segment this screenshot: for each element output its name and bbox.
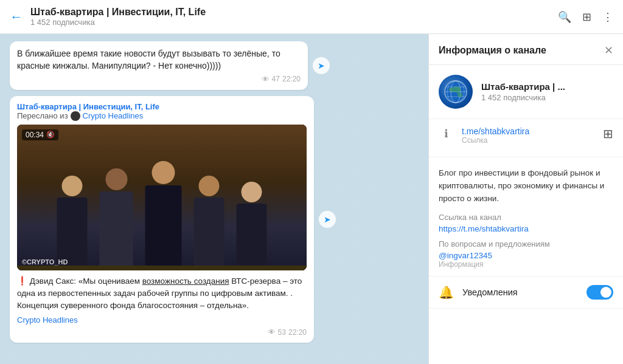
bell-icon: 🔔: [439, 285, 454, 300]
contact-sub-label: Информация: [439, 260, 613, 269]
link-row: ℹ t.me/shtabkvartira Ссылка ⊞: [439, 126, 613, 145]
qr-code-icon[interactable]: ⊞: [603, 126, 613, 141]
crypto-headlines-icon: [71, 111, 80, 121]
message-footer-2: 👁 53 22:20: [17, 328, 307, 337]
main-layout: В ближайшее время такие новости будут вы…: [0, 34, 623, 364]
channel-avatar[interactable]: [439, 75, 473, 109]
channel-info: Штаб-квартира | ... 1 452 подписчика: [481, 81, 565, 102]
channel-url[interactable]: t.me/shtabkvartira: [462, 126, 529, 136]
header-info: Штаб-квартира | Инвестиции, IT, Life 1 4…: [30, 7, 558, 27]
eye-icon: 👁: [262, 75, 270, 84]
message-time-1: 22:20: [282, 75, 301, 83]
back-button[interactable]: ←: [10, 9, 23, 25]
forwarded-channel-label[interactable]: Штаб-квартира | Инвестиции, IT, Life: [17, 102, 307, 111]
channel-subs: 1 452 подписчика: [481, 93, 565, 102]
header-icons: 🔍 ⊞ ⋮: [558, 10, 613, 24]
eye-icon-2: 👁: [268, 328, 276, 337]
channel-link-label: Ссылка на канал: [439, 213, 613, 222]
chat-panel: В ближайшее время такие новости будут вы…: [0, 34, 428, 364]
sidebar-panel: Информация о канале ✕: [428, 34, 623, 364]
message-views-2: 53: [278, 328, 286, 337]
message-text-1: В ближайшее время такие новости будут вы…: [17, 47, 301, 72]
message-body-2: ❗ Дэвид Сакс: «Мы оцениваем возможность …: [17, 275, 307, 312]
channel-description: Блог про инвестиции в фондовый рынок и к…: [439, 167, 613, 205]
crypto-headlines-link[interactable]: Crypto Headlines: [17, 315, 78, 325]
app-header: ← Штаб-квартира | Инвестиции, IT, Life 1…: [0, 0, 623, 34]
forward-button-2[interactable]: ➤: [319, 211, 336, 228]
message-time-2: 22:20: [288, 328, 307, 337]
forwarded-from-channel[interactable]: Crypto Headlines: [83, 111, 144, 120]
description-section: Блог про инвестиции в фондовый рынок и к…: [429, 157, 623, 276]
more-menu-icon[interactable]: ⋮: [602, 10, 613, 24]
forwarded-from-text: Переслано из: [17, 111, 68, 120]
sidebar-title: Информация о канале: [439, 45, 546, 56]
notifications-toggle[interactable]: [586, 285, 613, 300]
video-scene: [17, 125, 307, 270]
channel-link-url[interactable]: https://t.me/shtabkvartira: [439, 224, 613, 233]
forwarded-header: Штаб-квартира | Инвестиции, IT, Life Пер…: [17, 102, 307, 121]
notifications-row: 🔔 Уведомления: [429, 276, 623, 309]
link-content: t.me/shtabkvartira Ссылка: [462, 126, 529, 145]
link-label: Ссылка: [462, 136, 529, 145]
message-bubble-1: В ближайшее время такие новости будут вы…: [10, 41, 308, 90]
link-section: ℹ t.me/shtabkvartira Ссылка ⊞: [429, 119, 623, 157]
forwarded-bubble-2: Штаб-квартира | Инвестиции, IT, Life Пер…: [10, 96, 314, 343]
close-button[interactable]: ✕: [604, 44, 613, 57]
channel-title: Штаб-квартира | Инвестиции, IT, Life: [30, 7, 558, 18]
channel-profile: Штаб-квартира | ... 1 452 подписчика: [429, 65, 623, 119]
message-views-1: 47: [272, 75, 280, 83]
warning-emoji: ❗: [17, 276, 27, 286]
search-icon[interactable]: 🔍: [558, 10, 571, 24]
channel-subscriber-count: 1 452 подписчика: [30, 18, 558, 27]
forwarded-from-line: Переслано из Crypto Headlines: [17, 111, 307, 121]
video-duration: 00:34 🔇: [22, 129, 58, 140]
notifications-label: Уведомления: [462, 287, 586, 297]
mute-icon: 🔇: [46, 131, 55, 139]
sidebar-header: Информация о канале ✕: [429, 34, 623, 65]
contact-handle[interactable]: @ingvar12345: [439, 251, 613, 260]
video-thumbnail[interactable]: 00:34 🔇 ©CRYPTO_HD: [17, 125, 307, 270]
message-footer-1: 👁 47 22:20: [17, 75, 301, 84]
channel-name: Штаб-квартира | ...: [481, 81, 565, 92]
contact-label: По вопросам и предложениям: [439, 239, 613, 249]
forward-button-1[interactable]: ➤: [313, 57, 330, 74]
message-body-text: Дэвид Сакс: «Мы оцениваем возможность со…: [17, 276, 302, 311]
columns-icon[interactable]: ⊞: [582, 10, 591, 24]
video-time-text: 00:34: [26, 131, 44, 139]
video-watermark: ©CRYPTO_HD: [22, 258, 68, 266]
info-circle-icon: ℹ: [439, 127, 453, 140]
toggle-knob: [600, 287, 611, 298]
globe-svg: [444, 80, 468, 104]
